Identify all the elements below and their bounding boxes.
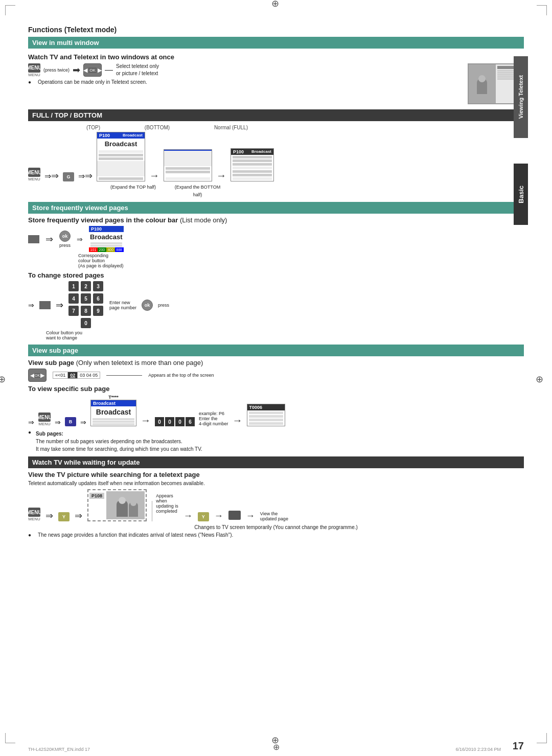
top-label: (TOP)	[86, 125, 100, 130]
section-subpage-content: View sub page (Only when teletext is mor…	[28, 359, 524, 454]
expand-top-label: (Expand the TOP half)	[110, 185, 156, 190]
subpage-bar: «<01 02 03 04 05	[53, 372, 100, 379]
p108-dashed-display: P108	[87, 489, 147, 521]
menu-button-sub[interactable]: MENU	[38, 413, 51, 422]
ok-button-store[interactable]: ok	[59, 231, 71, 242]
reg-mark-right	[540, 378, 549, 387]
section-store-content: Store frequently viewed pages in the col…	[28, 216, 524, 342]
num-8[interactable]: 8	[81, 306, 91, 316]
basic-tab: Basic	[514, 164, 528, 225]
tv-left-panel	[469, 64, 496, 103]
blank-button-watch[interactable]	[228, 511, 241, 520]
specific-sub-title: To view specific sub page	[28, 385, 524, 393]
num-0[interactable]: 0	[81, 318, 91, 328]
menu-label-1: MENU	[28, 73, 40, 77]
num-7[interactable]: 7	[68, 306, 79, 316]
menu-button-1[interactable]: MENU	[28, 63, 40, 73]
bottom-label: (BOTTOM)	[145, 125, 170, 130]
appears-label: Appears at the top of the screen	[148, 373, 214, 378]
normal-full-label: Normal (FULL)	[214, 125, 248, 130]
num-5[interactable]: 5	[81, 293, 91, 304]
num-4[interactable]: 4	[68, 293, 79, 304]
section-header-ftb: FULL / TOP / BOTTOM	[28, 109, 524, 121]
footer-center-reg: ⊕	[273, 742, 280, 752]
num-9[interactable]: 9	[93, 306, 103, 316]
menu-label-2: MENU	[28, 177, 40, 181]
page-number-label: page number	[109, 305, 136, 310]
arrow-ftb-2: ⇒	[78, 170, 93, 181]
nav-button-sub[interactable]: ◀OK▶	[28, 369, 47, 382]
section-header-store: Store frequently viewed pages	[28, 202, 524, 214]
select-teletext-text: Select teletext only or picture / telete…	[116, 63, 159, 77]
footer-left: TH-L42S20KMRT_EN.indd 17	[28, 747, 90, 752]
example-p6-label: example: P6	[199, 411, 228, 416]
want-to-change-label: want to change	[46, 335, 82, 340]
menu-label-sub: MENU	[38, 422, 51, 426]
menu-button-2[interactable]: MENU	[28, 168, 40, 177]
t0006-display: T0006	[247, 404, 285, 426]
teletext-normal-display: P100 Broadcast	[231, 148, 274, 181]
nav-button-lr[interactable]: ◀OK▶	[83, 63, 102, 77]
news-flash-note: The news page provides a function that i…	[28, 532, 524, 538]
page-number: 17	[513, 740, 524, 752]
broadcast-sub-display: T**** Broadcast Broadcast	[90, 395, 136, 426]
section-header-multi: View in multi window	[28, 37, 524, 49]
y-button-2[interactable]: Y	[198, 512, 209, 521]
menu-button-watch[interactable]: MENU	[28, 508, 40, 517]
colour-button-label: colour button	[78, 258, 124, 263]
num-1[interactable]: 1	[68, 281, 79, 291]
colour-button-want-label: Colour button you	[46, 330, 82, 335]
section-multi-content: Watch TV and Teletext in two windows at …	[28, 51, 524, 106]
subpages-note: Sub pages: The number of sub pages varie…	[28, 429, 524, 452]
teletext-bottom-display	[164, 149, 212, 181]
enter-the-label: Enter the	[199, 416, 228, 421]
num-6[interactable]: 6	[93, 293, 103, 304]
arrow-store-2: ⇒	[77, 235, 83, 243]
corner-mark-tr	[537, 5, 547, 15]
ok-button-change[interactable]: ok	[142, 300, 153, 311]
g-button[interactable]: G	[63, 172, 74, 181]
menu-label-watch: MENU	[28, 517, 40, 521]
main-content: Viewing Teletext Basic Functions (Telete…	[28, 26, 524, 733]
colour-button[interactable]	[28, 235, 39, 243]
auto-note: Teletext automatically updates itself wh…	[28, 480, 524, 486]
press2-label: press	[158, 303, 169, 308]
arrow-ftb-4: →	[216, 170, 226, 181]
arrow-ftb-1: ⇒	[44, 170, 59, 181]
section-ftb-content: (TOP) (BOTTOM) Normal (FULL) MENU MENU ⇒…	[28, 123, 524, 200]
corresponding-label: Corresponding	[78, 253, 124, 258]
arrow-1: ➡	[73, 64, 80, 76]
press-twice-label: (press twice)	[43, 67, 70, 73]
teletext-top-display: P100 Broadcast Broadcast	[97, 132, 145, 181]
viewing-teletext-tab: Viewing Teletext	[514, 56, 528, 138]
arrow-store-1: ⇒	[45, 234, 53, 245]
view-updated-label: View the updated page	[260, 511, 288, 521]
footer-date: 6/16/2010 2:23:04 PM	[455, 747, 501, 752]
broadcast-store-display: P100 Broadcast 101 200 400 888	[89, 226, 124, 252]
corner-mark-bl	[5, 733, 15, 743]
numpad: 1 2 3 4 5 6 7 8 9 0	[68, 281, 104, 329]
reg-mark-left	[3, 378, 12, 387]
arrow-ftb-3: →	[149, 170, 159, 181]
num-2[interactable]: 2	[81, 281, 91, 291]
arrow-2: —	[105, 65, 113, 75]
colour-change-button[interactable]	[39, 301, 51, 309]
digit-input-box: 0 0 0 6	[155, 417, 195, 426]
corner-mark-tl	[5, 5, 15, 15]
digit-number-label: 4-digit number	[199, 421, 228, 426]
press-label-store: press	[59, 243, 71, 248]
operations-note: Operations can be made only in Teletext …	[28, 79, 464, 85]
change-stored-title: To change stored pages	[28, 271, 524, 279]
appears-when-label: Appears when updating is completed	[156, 493, 178, 514]
multi-subsection-title: Watch TV and Teletext in two windows at …	[28, 53, 464, 61]
changes-note: Changes to TV screen temporarily (You ca…	[28, 524, 524, 530]
reg-mark-top	[276, 3, 285, 12]
y-button-1[interactable]: Y	[58, 512, 70, 521]
as-page-label: (As page is displayed)	[78, 263, 124, 268]
corner-mark-br	[537, 733, 547, 743]
num-3[interactable]: 3	[93, 281, 103, 291]
sub-subsection-title: View sub page (Only when teletext is mor…	[28, 359, 524, 366]
expand-bottom-label: (Expand the BOTTOM half)	[175, 185, 220, 197]
page-title: Functions (Teletext mode)	[28, 26, 524, 34]
b-button[interactable]: B	[65, 417, 76, 426]
